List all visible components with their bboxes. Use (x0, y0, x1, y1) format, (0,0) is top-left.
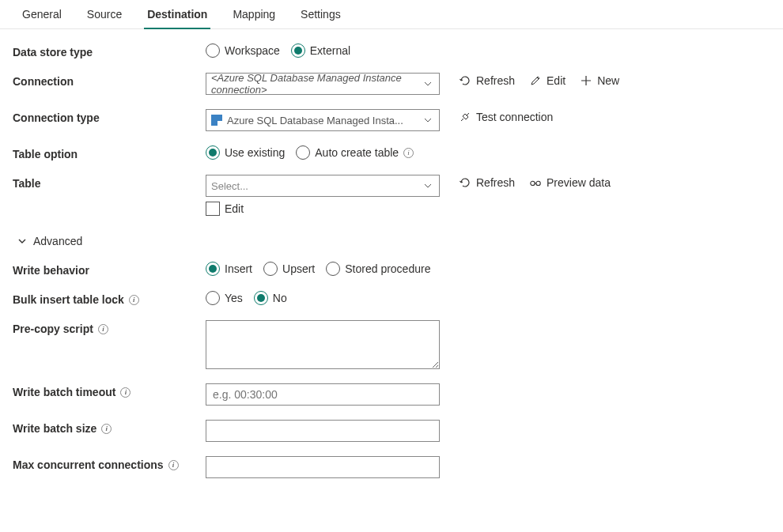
radio-upsert[interactable]: Upsert (263, 262, 315, 276)
label-write-batch-timeout: Write batch timeout i (13, 383, 206, 398)
info-icon: i (120, 387, 130, 398)
info-icon: i (98, 324, 108, 334)
write-batch-timeout-input[interactable] (211, 387, 434, 402)
info-icon: i (168, 460, 179, 470)
edit-connection-button[interactable]: Edit (529, 74, 566, 87)
radio-use-existing-label: Use existing (225, 146, 285, 159)
new-connection-button[interactable]: New (580, 74, 619, 87)
test-connection-button[interactable]: Test connection (459, 111, 553, 123)
info-icon: i (129, 295, 139, 305)
radio-yes-label: Yes (225, 292, 243, 304)
database-icon (211, 115, 222, 126)
radio-stored-proc[interactable]: Stored procedure (326, 262, 430, 276)
new-label: New (597, 74, 619, 87)
refresh-table-label: Refresh (476, 176, 515, 189)
tabs-bar: General Source Destination Mapping Setti… (0, 0, 783, 29)
table-edit-label: Edit (225, 202, 244, 215)
write-batch-size-input[interactable] (211, 424, 434, 438)
pencil-icon (529, 74, 542, 87)
svg-point-1 (536, 181, 540, 185)
connection-type-select[interactable]: Azure SQL Database Managed Insta... (206, 109, 440, 131)
radio-workspace-label: Workspace (225, 44, 280, 57)
radio-stored-proc-label: Stored procedure (345, 262, 430, 275)
svg-point-0 (531, 181, 535, 185)
label-connection-type: Connection type (13, 109, 206, 124)
tab-settings[interactable]: Settings (288, 0, 354, 28)
table-select[interactable]: Select... (206, 175, 440, 197)
label-write-batch-size: Write batch size i (13, 420, 206, 435)
plug-icon (459, 111, 471, 123)
preview-data-label: Preview data (547, 176, 611, 189)
edit-label: Edit (547, 74, 566, 87)
table-edit-checkbox[interactable]: Edit (206, 202, 244, 216)
max-concurrent-input[interactable] (211, 460, 434, 474)
pre-copy-script-input[interactable] (206, 320, 440, 369)
tab-destination[interactable]: Destination (134, 0, 220, 28)
label-connection: Connection (13, 73, 206, 88)
radio-lock-no[interactable]: No (254, 291, 287, 305)
refresh-connection-button[interactable]: Refresh (459, 74, 515, 87)
refresh-icon (459, 176, 471, 189)
radio-insert-label: Insert (225, 262, 252, 275)
label-bulk-insert-lock: Bulk insert table lock i (13, 291, 206, 306)
label-table: Table (13, 175, 206, 190)
refresh-icon (459, 74, 471, 87)
radio-external[interactable]: External (291, 43, 350, 58)
radio-use-existing[interactable]: Use existing (206, 145, 285, 160)
label-data-store-type: Data store type (13, 43, 206, 58)
connection-type-value: Azure SQL Database Managed Insta... (227, 115, 403, 126)
radio-lock-yes[interactable]: Yes (206, 291, 243, 305)
radio-external-label: External (310, 44, 350, 57)
refresh-table-button[interactable]: Refresh (459, 176, 515, 189)
chevron-down-icon (422, 114, 434, 126)
refresh-label: Refresh (476, 74, 515, 87)
advanced-toggle[interactable]: Advanced (16, 235, 82, 247)
info-icon: i (101, 424, 112, 434)
destination-form: Data store type Workspace External Conne… (0, 29, 783, 507)
test-connection-label: Test connection (476, 111, 553, 123)
radio-auto-create-label: Auto create table (315, 146, 399, 159)
radio-workspace[interactable]: Workspace (206, 43, 280, 58)
connection-value: <Azure SQL Database Managed Instance con… (211, 72, 422, 96)
info-icon: i (403, 148, 414, 158)
chevron-down-icon (422, 77, 434, 90)
tab-mapping[interactable]: Mapping (220, 0, 288, 28)
plus-icon (580, 74, 592, 87)
radio-upsert-label: Upsert (282, 262, 315, 275)
tab-source[interactable]: Source (74, 0, 134, 28)
label-max-concurrent: Max concurrent connections i (13, 456, 206, 471)
radio-insert[interactable]: Insert (206, 262, 252, 276)
preview-data-button[interactable]: Preview data (529, 176, 611, 189)
connection-select[interactable]: <Azure SQL Database Managed Instance con… (206, 73, 440, 95)
advanced-label: Advanced (33, 235, 82, 247)
chevron-down-icon (16, 235, 28, 247)
radio-no-label: No (273, 292, 287, 304)
label-pre-copy-script: Pre-copy script i (13, 320, 206, 335)
tab-general[interactable]: General (9, 0, 74, 28)
glasses-icon (529, 176, 542, 189)
chevron-down-icon (422, 179, 434, 192)
label-table-option: Table option (13, 145, 206, 160)
radio-auto-create[interactable]: Auto create table i (296, 145, 414, 160)
table-placeholder: Select... (211, 180, 248, 192)
label-write-behavior: Write behavior (13, 262, 206, 277)
